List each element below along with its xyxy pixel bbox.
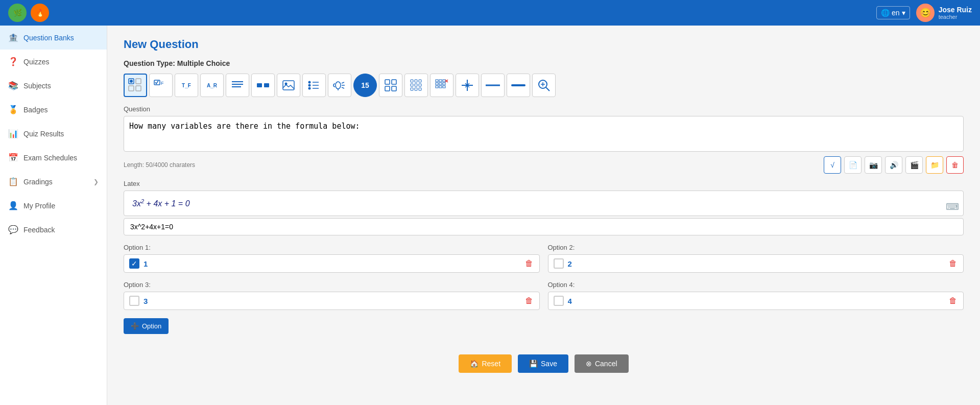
type-icon-ordering[interactable] <box>302 74 326 97</box>
sidebar-item-feedback[interactable]: 💬 Feedback <box>0 218 107 242</box>
sidebar-item-subjects[interactable]: 📚 Subjects <box>0 74 107 98</box>
question-type-label: Question Type: <box>124 59 175 67</box>
document-button[interactable]: 📄 <box>844 156 862 174</box>
option-3-text[interactable] <box>144 297 520 305</box>
cancel-button[interactable]: ⊗ Cancel <box>575 354 629 373</box>
latex-input[interactable] <box>124 218 964 235</box>
option-3-checkbox[interactable] <box>129 296 139 306</box>
reset-button[interactable]: 🏠 Reset <box>459 354 512 373</box>
sidebar-item-badges[interactable]: 🏅 Badges <box>0 98 107 122</box>
sidebar-item-question-banks[interactable]: 🏦 Question Banks <box>0 26 107 50</box>
type-icon-fillinblank[interactable]: T_F <box>175 74 198 97</box>
sidebar-item-label: Exam Schedules <box>23 154 77 162</box>
latex-label: Latex <box>124 180 964 187</box>
svg-rect-36 <box>415 88 417 90</box>
type-icon-number[interactable]: 15 <box>353 74 377 97</box>
option-2-label: Option 2: <box>548 244 964 251</box>
type-icon-truefalse[interactable]: F <box>149 74 173 97</box>
sidebar-item-my-profile[interactable]: 👤 My Profile <box>0 194 107 218</box>
reset-label: Reset <box>482 360 500 368</box>
svg-rect-46 <box>443 86 445 88</box>
option-4-delete-button[interactable]: 🗑 <box>948 295 958 306</box>
type-icon-audio[interactable] <box>328 74 351 97</box>
option-4-text[interactable] <box>568 297 944 305</box>
keyboard-icon[interactable]: ⌨ <box>946 201 959 212</box>
logo-green: 🌿 <box>8 4 27 22</box>
sidebar-item-gradings[interactable]: 📋 Gradings ❯ <box>0 170 107 194</box>
option-2-checkbox[interactable] <box>554 258 564 269</box>
logo-group: 🌿 🔥 <box>8 4 49 22</box>
badges-icon: 🏅 <box>8 105 18 114</box>
sidebar-item-label: Quizzes <box>23 58 50 66</box>
question-banks-icon: 🏦 <box>8 33 18 42</box>
svg-point-16 <box>308 87 311 90</box>
math-button[interactable]: √ <box>824 156 841 174</box>
sidebar-item-quizzes[interactable]: ❓ Quizzes <box>0 50 107 74</box>
svg-rect-12 <box>283 81 294 90</box>
option-1-checkbox[interactable]: ✓ <box>129 258 139 269</box>
number-label: 15 <box>361 81 369 89</box>
option-1-text[interactable] <box>144 259 520 268</box>
option-2-input-row: 🗑 <box>548 254 964 273</box>
lang-label: en <box>892 9 900 17</box>
latex-formula: 3x2 + 4x + 1 = 0 <box>132 198 190 208</box>
add-option-button[interactable]: ➕ Option <box>124 318 169 334</box>
svg-point-14 <box>308 81 311 84</box>
svg-line-56 <box>546 87 549 91</box>
delete-question-button[interactable]: 🗑 <box>946 156 964 174</box>
sidebar-item-label: Quiz Results <box>23 130 64 138</box>
option-2-delete-button[interactable]: 🗑 <box>948 258 958 269</box>
add-option-label: Option <box>142 322 161 330</box>
svg-rect-34 <box>419 84 421 86</box>
type-icon-dash[interactable] <box>507 74 530 97</box>
audio-button[interactable]: 🔊 <box>885 156 902 174</box>
svg-rect-3 <box>136 79 141 84</box>
reset-icon: 🏠 <box>470 360 479 368</box>
type-icon-line[interactable] <box>481 74 505 97</box>
cancel-icon: ⊗ <box>586 360 592 368</box>
camera-button[interactable]: 📷 <box>865 156 882 174</box>
type-icon-image[interactable] <box>277 74 300 97</box>
option-3-delete-button[interactable]: 🗑 <box>524 295 534 306</box>
user-name: Jose Ruiz <box>939 6 972 14</box>
type-icons-bar: F T_F A_R <box>124 74 964 97</box>
option-3-input-row: 🗑 <box>124 292 540 310</box>
svg-rect-30 <box>415 80 417 82</box>
type-icon-essay[interactable] <box>226 74 249 97</box>
type-icon-grid16[interactable] <box>430 74 453 97</box>
main-content: New Question Question Type: Multiple Cho… <box>107 26 980 405</box>
type-icon-grid9[interactable] <box>404 74 428 97</box>
svg-rect-27 <box>385 86 390 91</box>
subjects-icon: 📚 <box>8 81 18 90</box>
option-1-delete-button[interactable]: 🗑 <box>524 258 534 269</box>
option-group-2: Option 2: 🗑 <box>548 244 964 273</box>
svg-rect-41 <box>436 83 438 85</box>
type-icon-zoom[interactable] <box>532 74 556 97</box>
sidebar-item-exam-schedules[interactable]: 📅 Exam Schedules <box>0 146 107 170</box>
type-icon-grid4[interactable] <box>379 74 402 97</box>
save-button[interactable]: 💾 Save <box>518 354 568 373</box>
type-icon-cross[interactable] <box>456 74 479 97</box>
folder-button[interactable]: 📁 <box>926 156 943 174</box>
option-4-checkbox[interactable] <box>554 296 564 306</box>
video-button[interactable]: 🎬 <box>905 156 923 174</box>
question-textarea[interactable]: How many variables are there in the form… <box>124 116 964 152</box>
chevron-right-icon: ❯ <box>93 178 99 185</box>
type-icon-multiple-choice[interactable] <box>124 74 147 97</box>
type-icon-shortanswer[interactable]: A_R <box>200 74 224 97</box>
option-group-1: Option 1: ✓ 🗑 <box>124 244 540 273</box>
page-title: New Question <box>124 38 964 51</box>
option-1-input-row: ✓ 🗑 <box>124 254 540 273</box>
save-icon: 💾 <box>529 360 538 368</box>
latex-display: 3x2 + 4x + 1 = 0 ⌨ <box>124 190 964 216</box>
save-label: Save <box>541 360 557 368</box>
avatar: 😊 <box>916 4 935 22</box>
svg-point-1 <box>130 80 133 83</box>
type-icon-matching[interactable] <box>251 74 275 97</box>
logo-orange: 🔥 <box>31 4 49 22</box>
globe-icon: 🌐 <box>881 9 890 17</box>
plus-icon: ➕ <box>131 322 139 330</box>
language-selector[interactable]: 🌐 en ▾ <box>876 6 910 19</box>
option-2-text[interactable] <box>568 259 944 268</box>
sidebar-item-quiz-results[interactable]: 📊 Quiz Results <box>0 122 107 146</box>
